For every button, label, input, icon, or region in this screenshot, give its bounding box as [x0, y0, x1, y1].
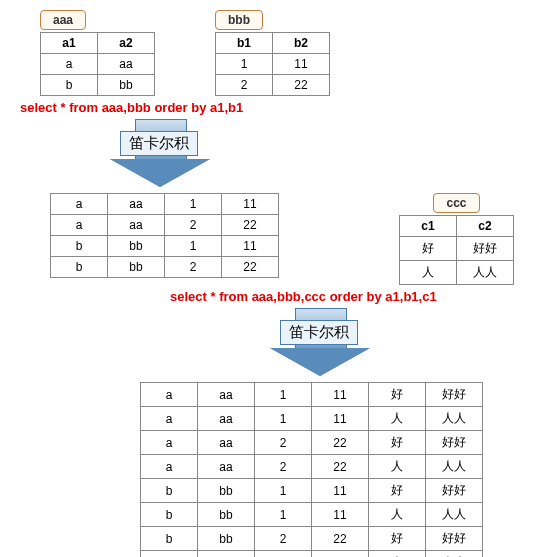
col-header: a1 [41, 33, 98, 54]
cartesian-arrow-2: 笛卡尔积 [260, 308, 380, 378]
table-aaa-label: aaa [40, 10, 86, 30]
sql-statement-1: select * from aaa,bbb order by a1,b1 [20, 100, 544, 115]
col-header: c1 [400, 216, 457, 237]
table-aaa: a1 a2 aaa bbb [40, 32, 155, 96]
table-row: bbb222 [51, 257, 279, 278]
table-row: bbb222好好好 [141, 527, 483, 551]
table-row: bbb111 [51, 236, 279, 257]
table-row: 222 [216, 75, 330, 96]
result-table-2: aaa111好好好 aaa111人人人 aaa222好好好 aaa222人人人 … [140, 382, 483, 557]
col-header: c2 [457, 216, 514, 237]
cartesian-arrow-1: 笛卡尔积 [100, 119, 220, 189]
table-row: bbb111好好好 [141, 479, 483, 503]
table-row: 好好好 [400, 237, 514, 261]
table-row: bbb111人人人 [141, 503, 483, 527]
table-row: 111 [216, 54, 330, 75]
col-header: b1 [216, 33, 273, 54]
arrow-label: 笛卡尔积 [280, 320, 358, 345]
arrow-label: 笛卡尔积 [120, 131, 198, 156]
table-aaa-block: aaa a1 a2 aaa bbb [40, 10, 155, 96]
table-row: aaa111人人人 [141, 407, 483, 431]
table-row: aaa222人人人 [141, 455, 483, 479]
table-ccc: c1 c2 好好好 人人人 [399, 215, 514, 285]
table-row: aaa222好好好 [141, 431, 483, 455]
table-row: aaa222 [51, 215, 279, 236]
table-row: aaa111好好好 [141, 383, 483, 407]
table-row: aaa111 [51, 194, 279, 215]
table-row: aaa [41, 54, 155, 75]
table-row: bbb [41, 75, 155, 96]
sql-statement-2: select * from aaa,bbb,ccc order by a1,b1… [170, 289, 544, 304]
table-row: 人人人 [400, 261, 514, 285]
table-bbb-label: bbb [215, 10, 263, 30]
col-header: b2 [273, 33, 330, 54]
table-ccc-block: ccc c1 c2 好好好 人人人 [399, 193, 514, 285]
table-ccc-label: ccc [433, 193, 479, 213]
table-bbb-block: bbb b1 b2 111 222 [215, 10, 330, 96]
col-header: a2 [98, 33, 155, 54]
result-table-1: aaa111 aaa222 bbb111 bbb222 [50, 193, 279, 278]
table-bbb: b1 b2 111 222 [215, 32, 330, 96]
table-row: bbb222人人人 [141, 551, 483, 558]
